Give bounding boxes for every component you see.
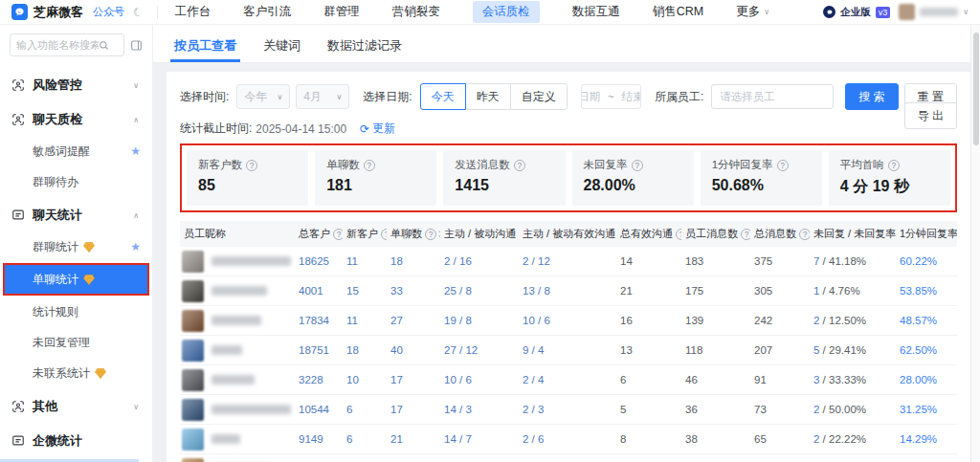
cell-total-customers[interactable]: 18751 [295,336,343,365]
cell-chat-count[interactable]: 33 [387,276,440,306]
cell-one-min-reply-rate[interactable]: 0 [896,454,957,462]
help-icon[interactable]: ? [799,229,810,240]
cell-active-passive-effective[interactable]: 0 / 0 [519,454,616,462]
cell-new-customers[interactable]: 6 [343,425,387,454]
help-icon[interactable]: ? [777,160,789,171]
help-icon[interactable]: ? [888,160,900,171]
cell-active-passive-effective[interactable]: 13 / 8 [519,276,616,306]
unreplied-count[interactable]: 2 [813,315,819,326]
cell-active-passive[interactable]: 14 / 3 [440,395,519,425]
page-scrollbar[interactable] [970,25,980,462]
sidebar-group-chat-qc[interactable]: 聊天质检 ∧ [0,104,152,135]
cell-active-passive[interactable]: 27 / 12 [440,336,519,365]
unreplied-count[interactable]: 1 [813,285,819,297]
sidebar-group-risk-control[interactable]: 风险管控 ∨ [0,70,152,100]
sidebar-search[interactable] [10,33,124,56]
dark-mode-icon[interactable]: ☾ [133,6,144,19]
scrollbar-thumb[interactable] [973,33,979,145]
cell-chat-count[interactable]: 17 [387,365,440,395]
user-avatar[interactable] [899,4,915,20]
nav-item-customer-acquisition[interactable]: 客户引流 [243,4,291,20]
cell-total-customers[interactable]: 3228 [295,365,343,395]
quick-date-custom[interactable]: 自定义 [510,83,568,110]
staff-select-input[interactable] [711,84,834,109]
tab-keywords[interactable]: 关键词 [263,25,301,62]
unreplied-count[interactable]: 3 [813,374,819,385]
sidebar-item-group-chat-stats[interactable]: 群聊统计 ★ [0,232,152,261]
sidebar-search-input[interactable] [16,39,99,51]
month-select[interactable]: 4月 ∨ [296,84,349,109]
cell-chat-count[interactable]: 21 [387,425,440,454]
year-select[interactable]: 今年 ∨ [236,84,290,109]
chevron-down-icon[interactable]: ∨ [963,8,969,16]
cell-total-customers[interactable]: 9149 [295,425,343,454]
cell-chat-count[interactable]: 5 [387,454,440,462]
help-icon[interactable]: ? [514,160,525,171]
export-button[interactable]: 导 出 [904,102,957,129]
quick-date-today[interactable]: 今天 [420,83,466,110]
cell-chat-count[interactable]: 40 [387,336,440,365]
cell-total-customers[interactable]: 10544 [295,395,343,425]
help-icon[interactable]: ? [425,229,436,240]
cell-one-min-reply-rate[interactable]: 53.85% [896,276,957,306]
sidebar-group-chat-stats[interactable]: 聊天统计 ∧ [0,200,152,231]
cell-one-min-reply-rate[interactable]: 31.25% [896,395,957,425]
tab-by-employee[interactable]: 按员工查看 [174,25,236,62]
help-icon[interactable]: ? [364,160,375,171]
sidebar-item-uncontacted-stats[interactable]: 未联系统计 [0,359,152,387]
help-icon[interactable]: ? [676,229,681,240]
cell-active-passive-effective[interactable]: 9 / 4 [519,336,616,365]
favorite-star-icon[interactable]: ★ [130,144,141,158]
help-icon[interactable]: ? [632,160,643,171]
help-icon[interactable]: ? [381,229,387,240]
nav-item-data-interop[interactable]: 数据互通 [572,4,620,20]
unreplied-count[interactable]: 5 [813,344,819,356]
nav-item-marketing-fission[interactable]: 营销裂变 [392,4,440,20]
cell-new-customers[interactable]: 10 [343,365,387,395]
cell-active-passive[interactable]: 10 / 6 [440,365,519,395]
cell-one-min-reply-rate[interactable]: 14.29% [896,425,957,454]
cell-new-customers[interactable]: 18 [343,336,387,365]
cell-active-passive[interactable]: 2 / 16 [440,247,519,276]
cell-new-customers[interactable]: 11 [343,247,387,276]
collapse-panel-icon[interactable] [130,39,143,52]
cell-chat-count[interactable]: 17 [387,395,440,425]
tab-data-filter-records[interactable]: 数据过滤记录 [327,25,402,62]
cell-one-min-reply-rate[interactable]: 28.00% [896,365,957,395]
cell-active-passive-effective[interactable]: 2 / 6 [519,425,616,454]
cell-active-passive-effective[interactable]: 2 / 4 [519,365,616,395]
cell-new-customers[interactable]: 15 [343,276,387,306]
nav-item-sales-crm[interactable]: 销售CRM [653,4,703,20]
sidebar-item-sensitive-words[interactable]: 敏感词提醒 ★ [0,137,152,165]
quick-date-yesterday[interactable]: 昨天 [465,83,511,110]
sidebar-group-others[interactable]: 其他 ∨ [0,391,152,422]
cell-active-passive-effective[interactable]: 10 / 6 [519,306,616,336]
help-icon[interactable]: ? [741,229,750,240]
sidebar-item-group-todo[interactable]: 群聊待办 [0,167,152,196]
cell-active-passive[interactable]: 1 / 4 [440,454,519,462]
cell-chat-count[interactable]: 18 [387,247,440,276]
cell-total-customers[interactable]: 4001 [295,276,343,306]
help-icon[interactable]: ? [246,160,257,171]
cell-total-customers[interactable]: 4863 [295,454,343,462]
nav-item-group-management[interactable]: 群管理 [323,4,360,20]
unreplied-count[interactable]: 7 [813,255,819,267]
cell-chat-count[interactable]: 27 [387,306,440,336]
public-account-link[interactable]: 公众号 [93,5,124,19]
cell-active-passive-effective[interactable]: 2 / 3 [519,395,616,425]
cell-one-min-reply-rate[interactable]: 62.50% [896,336,957,365]
cell-active-passive[interactable]: 25 / 8 [440,276,519,306]
unreplied-count[interactable]: 2 [813,433,819,445]
cell-active-passive-effective[interactable]: 2 / 12 [519,247,616,276]
nav-item-workbench[interactable]: 工作台 [175,4,212,20]
nav-item-session-qc[interactable]: 会话质检 [473,1,540,23]
help-icon[interactable]: ? [333,229,343,240]
cell-total-customers[interactable]: 17834 [295,306,343,336]
favorite-star-icon[interactable]: ★ [130,240,141,253]
sidebar-group-wecom-stats[interactable]: 企微统计 [0,426,152,456]
cell-new-customers[interactable]: 11 [343,306,387,336]
sidebar-item-single-chat-stats[interactable]: 单聊统计 [5,265,147,294]
cell-new-customers[interactable]: 0 [343,454,387,462]
sort-icon[interactable] [438,229,440,239]
sidebar-item-stats-rules[interactable]: 统计规则 [0,297,152,326]
